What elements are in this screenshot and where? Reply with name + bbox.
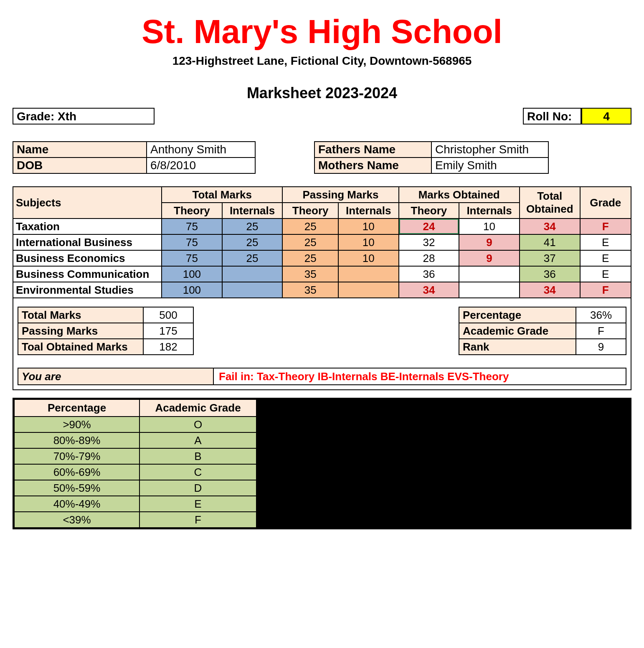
legend-col-percentage: Percentage [14,399,139,417]
summary-left: Total Marks 500 Passing Marks 175 Toal O… [18,307,194,355]
tm-theory: 75 [162,250,222,266]
pm-internals [338,266,399,282]
legend-grade: B [139,448,256,464]
table-row: International Business7525251032941E [13,234,631,250]
table-row: Business Economics7525251028937E [13,250,631,266]
roll-value: 4 [581,108,631,125]
legend-pct: >90% [14,417,139,432]
student-info-left: Name Anthony Smith DOB 6/8/2010 [13,141,256,174]
father-label: Fathers Name [314,142,431,158]
col-pm-internals: Internals [338,203,399,219]
tm-internals: 25 [222,234,283,250]
legend-row: 50%-59%D [14,480,256,496]
grade: F [580,282,631,298]
mo-internals: 10 [459,219,520,234]
total-marks-label: Total Marks [18,307,143,323]
rank-label: Rank [459,339,576,355]
col-mo-theory: Theory [399,203,459,219]
subject-name: Business Economics [13,250,162,266]
col-mo-internals: Internals [459,203,520,219]
pm-theory: 35 [282,282,338,298]
legend-row: 70%-79%B [14,448,256,464]
grade-legend-table: Percentage Academic Grade >90%O80%-89%A7… [14,399,257,528]
legend-grade: F [139,512,256,528]
pm-internals [338,282,399,298]
student-info-right: Fathers Name Christopher Smith Mothers N… [314,141,549,174]
legend-row: <39%F [14,512,256,528]
legend-pct: 50%-59% [14,480,139,496]
legend-row: 80%-89%A [14,432,256,448]
table-row: Taxation75252510241034F [13,219,631,234]
mo-theory: 32 [399,234,459,250]
dob-label: DOB [13,158,147,173]
legend-grade: A [139,432,256,448]
tm-theory: 75 [162,234,222,250]
pm-theory: 25 [282,234,338,250]
youare-label: You are [18,368,214,385]
pm-theory: 35 [282,266,338,282]
col-grade: Grade [580,187,631,219]
legend-row: 60%-69%C [14,464,256,480]
passing-marks-value: 175 [143,323,193,339]
tm-internals [222,282,283,298]
mo-internals: 9 [459,234,520,250]
obtained-label: Toal Obtained Marks [18,339,143,355]
legend-col-grade: Academic Grade [139,399,256,417]
total-obtained: 34 [520,282,580,298]
col-tm-theory: Theory [162,203,222,219]
pm-internals: 10 [338,234,399,250]
total-obtained: 37 [520,250,580,266]
pm-theory: 25 [282,250,338,266]
marks-table: Subjects Total Marks Passing Marks Marks… [13,186,631,298]
school-address: 123-Highstreet Lane, Fictional City, Dow… [13,54,631,68]
school-name: St. Mary's High School [13,13,631,51]
rank-value: 9 [576,339,626,355]
grade-box: Grade: Xth [13,108,155,125]
col-total-obtained: Total Obtained [520,187,580,219]
mo-internals: 9 [459,250,520,266]
obtained-value: 182 [143,339,193,355]
table-row: Environmental Studies100353434F [13,282,631,298]
legend-pct: 40%-49% [14,496,139,512]
tm-theory: 75 [162,219,222,234]
mo-internals [459,266,520,282]
marksheet-title: Marksheet 2023-2024 [13,84,631,102]
passing-marks-label: Passing Marks [18,323,143,339]
mo-theory: 34 [399,282,459,298]
tm-internals: 25 [222,250,283,266]
subject-name: Business Communication [13,266,162,282]
legend-pct: 60%-69% [14,464,139,480]
col-marks-obtained: Marks Obtained [399,187,520,203]
mother-value: Emily Smith [431,158,548,173]
mo-theory: 24 [399,219,459,234]
total-marks-value: 500 [143,307,193,323]
grade: E [580,234,631,250]
total-obtained: 36 [520,266,580,282]
academic-grade-label: Academic Grade [459,323,576,339]
mo-internals [459,282,520,298]
roll-label: Roll No: [523,108,581,125]
tm-internals: 25 [222,219,283,234]
mo-theory: 28 [399,250,459,266]
legend-grade: C [139,464,256,480]
table-row: Business Communication100353636E [13,266,631,282]
legend-row: 40%-49%E [14,496,256,512]
col-tm-internals: Internals [222,203,283,219]
legend-grade: E [139,496,256,512]
tm-theory: 100 [162,266,222,282]
legend-pct: <39% [14,512,139,528]
percentage-value: 36% [576,307,626,323]
pm-internals: 10 [338,219,399,234]
name-label: Name [13,142,147,158]
summary-right: Percentage 36% Academic Grade F Rank 9 [459,307,626,355]
roll-box: Roll No: 4 [523,108,631,125]
total-obtained: 34 [520,219,580,234]
subject-name: Environmental Studies [13,282,162,298]
legend-grade: O [139,417,256,432]
legend-row: >90%O [14,417,256,432]
pm-theory: 25 [282,219,338,234]
father-value: Christopher Smith [431,142,548,158]
col-pm-theory: Theory [282,203,338,219]
summary-section: Total Marks 500 Passing Marks 175 Toal O… [13,298,631,390]
pm-internals: 10 [338,250,399,266]
